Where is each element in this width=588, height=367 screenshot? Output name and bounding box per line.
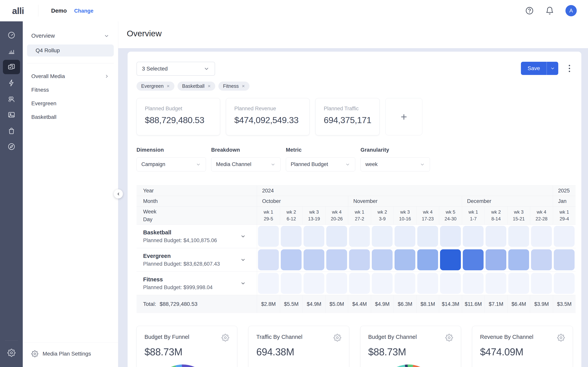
change-workspace-link[interactable]: Change	[74, 8, 94, 14]
save-split-button[interactable]: Save	[521, 62, 558, 75]
settings-gear-icon[interactable]	[3, 346, 20, 360]
chip-remove-icon[interactable]: ×	[242, 83, 245, 89]
filter-select-value: week	[365, 161, 378, 167]
budget-heat-cell[interactable]	[348, 248, 371, 271]
filter-select-dimension[interactable]: Campaign	[137, 157, 206, 171]
budget-heat-cell[interactable]	[484, 272, 507, 295]
filter-chip-basketball[interactable]: Basketball×	[178, 82, 216, 91]
week-number: wk 1	[264, 209, 273, 216]
chart-settings-gear-icon[interactable]	[557, 334, 565, 342]
budget-heat-cell[interactable]	[257, 248, 280, 271]
chart-settings-gear-icon[interactable]	[445, 334, 453, 342]
year-cell-2025: 2025	[553, 186, 576, 196]
nav-item-q4-rollup[interactable]: Q4 Rollup	[27, 44, 114, 57]
user-avatar[interactable]: A	[565, 5, 577, 16]
week-number: wk 5	[446, 209, 455, 216]
total-value: $88,729,480.53	[160, 301, 198, 307]
budget-heat-cell[interactable]	[280, 272, 303, 295]
budget-heat-cell[interactable]	[507, 272, 530, 295]
budget-heat-cell[interactable]	[348, 225, 371, 248]
year-row-label: Year	[137, 186, 257, 196]
rail-item-compass-icon[interactable]	[3, 139, 20, 154]
nav-overview-label: Overview	[31, 33, 55, 39]
budget-heat-cell[interactable]	[303, 248, 325, 271]
budget-heat-cell[interactable]	[416, 248, 439, 271]
budget-heat-cell[interactable]	[530, 248, 553, 271]
filter-select-breakdown[interactable]: Media Channel	[211, 157, 281, 171]
gear-icon	[333, 334, 341, 342]
rail-item-image-icon[interactable]	[3, 108, 20, 122]
budget-heat-cell[interactable]	[303, 272, 325, 295]
budget-heat-cell[interactable]	[462, 248, 484, 271]
chart-settings-gear-icon[interactable]	[333, 334, 341, 342]
nav-overview-group[interactable]: Overview	[31, 33, 110, 39]
rail-item-gauge-icon[interactable]	[3, 28, 20, 42]
chip-remove-icon[interactable]: ×	[208, 83, 211, 89]
nav-item-basketball[interactable]: Basketball	[23, 110, 118, 124]
budget-heat-cell[interactable]	[257, 225, 280, 248]
media-plan-settings-button[interactable]: Media Plan Settings	[23, 342, 118, 357]
nav-item-fitness[interactable]: Fitness	[23, 83, 118, 97]
budget-heat-cell[interactable]	[484, 248, 507, 271]
budget-heat-cell[interactable]	[416, 272, 439, 295]
chart-card-budget-by-channel: Budget By Channel$88.73M	[360, 326, 461, 367]
budget-heat-cell[interactable]	[530, 272, 553, 295]
budget-heat-cell[interactable]	[553, 272, 576, 295]
budget-heat-cell[interactable]	[553, 248, 576, 271]
notifications-bell-icon[interactable]	[545, 6, 554, 15]
budget-heat-cell[interactable]	[394, 248, 416, 271]
budget-heat-cell[interactable]	[371, 225, 394, 248]
budget-heat-cell[interactable]	[303, 225, 325, 248]
budget-heat-cell[interactable]	[530, 225, 553, 248]
budget-heat-cell[interactable]	[371, 248, 394, 271]
expand-row-chevron-icon[interactable]	[240, 280, 246, 286]
rail-item-bar-chart-icon[interactable]	[3, 44, 20, 58]
expand-row-chevron-icon[interactable]	[240, 257, 246, 263]
chart-settings-gear-icon[interactable]	[222, 334, 229, 342]
campaign-multiselect[interactable]: 3 Selected	[137, 62, 215, 76]
budget-heat-cell[interactable]	[280, 248, 303, 271]
budget-heat-cell[interactable]	[325, 272, 348, 295]
expand-row-chevron-icon[interactable]	[240, 234, 246, 239]
budget-heat-cell[interactable]	[462, 225, 484, 248]
budget-heat-cell[interactable]	[348, 272, 371, 295]
budget-heat-cell[interactable]	[394, 225, 416, 248]
filter-select-granularity[interactable]: week	[361, 157, 430, 171]
more-options-kebab-icon[interactable]	[567, 63, 572, 74]
nav-item-evergreen[interactable]: Evergreen	[23, 97, 118, 110]
collapse-panel-button[interactable]	[114, 189, 123, 199]
nav-item-overall-media[interactable]: Overall Media	[23, 69, 118, 83]
budget-heat-cell[interactable]	[439, 248, 462, 271]
budget-heat-cell[interactable]	[257, 272, 280, 295]
month-cell-december: December	[462, 196, 553, 206]
filter-chip-evergreen[interactable]: Evergreen×	[137, 82, 174, 91]
save-button[interactable]: Save	[521, 62, 547, 75]
save-dropdown-arrow[interactable]	[547, 62, 558, 75]
add-kpi-card-button[interactable]: +	[385, 98, 422, 135]
chip-remove-icon[interactable]: ×	[167, 83, 170, 89]
budget-heat-cell[interactable]	[507, 225, 530, 248]
week-days: 10-16	[399, 216, 411, 222]
week-header-cell: wk 26-12	[280, 207, 303, 225]
rail-item-users-icon[interactable]	[3, 92, 20, 106]
budget-heat-cell[interactable]	[325, 225, 348, 248]
rail-item-media-plans-icon[interactable]	[3, 60, 20, 74]
filter-chip-fitness[interactable]: Fitness×	[218, 82, 250, 91]
budget-heat-cell[interactable]	[371, 272, 394, 295]
budget-heat-cell[interactable]	[507, 248, 530, 271]
help-icon[interactable]	[525, 6, 534, 15]
budget-heat-cell[interactable]	[439, 225, 462, 248]
budget-heat-cell[interactable]	[325, 248, 348, 271]
budget-heat-cell[interactable]	[416, 225, 439, 248]
budget-heat-cell[interactable]	[439, 272, 462, 295]
rail-item-lightning-icon[interactable]	[3, 76, 20, 90]
rail-item-bag-icon[interactable]	[3, 124, 20, 138]
budget-heat-cell[interactable]	[462, 272, 484, 295]
week-day-row-label: WeekDay	[137, 207, 257, 225]
budget-heat-cell[interactable]	[394, 272, 416, 295]
budget-heat-cell[interactable]	[280, 225, 303, 248]
filter-select-metric[interactable]: Planned Budget	[286, 157, 355, 171]
budget-heat-cell[interactable]	[484, 225, 507, 248]
budget-heat-cell[interactable]	[553, 225, 576, 248]
week-days: 3-9	[379, 216, 386, 222]
